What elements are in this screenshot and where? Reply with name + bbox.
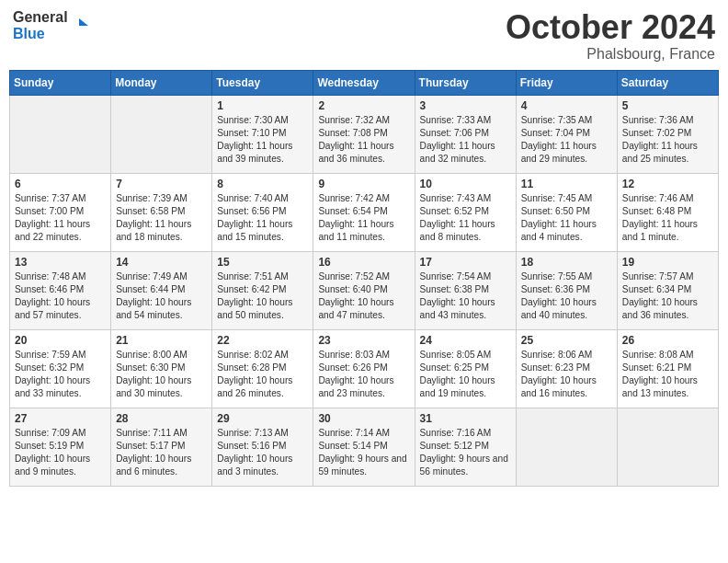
weekday-header: Tuesday (212, 70, 313, 95)
day-number: 15 (217, 256, 308, 269)
calendar-day-cell: 2Sunrise: 7:32 AM Sunset: 7:08 PM Daylig… (313, 95, 415, 173)
calendar-day-cell: 8Sunrise: 7:40 AM Sunset: 6:56 PM Daylig… (212, 173, 313, 251)
calendar-day-cell: 31Sunrise: 7:16 AM Sunset: 5:12 PM Dayli… (415, 408, 516, 486)
day-detail: Sunrise: 7:35 AM Sunset: 7:04 PM Dayligh… (521, 114, 612, 167)
day-detail: Sunrise: 8:02 AM Sunset: 6:28 PM Dayligh… (217, 349, 308, 401)
day-detail: Sunrise: 7:42 AM Sunset: 6:54 PM Dayligh… (318, 192, 409, 245)
calendar-day-cell (111, 95, 212, 173)
weekday-header-row: SundayMondayTuesdayWednesdayThursdayFrid… (10, 70, 719, 95)
day-detail: Sunrise: 7:52 AM Sunset: 6:40 PM Dayligh… (318, 270, 409, 323)
calendar-week-row: 1Sunrise: 7:30 AM Sunset: 7:10 PM Daylig… (10, 95, 719, 173)
day-detail: Sunrise: 7:13 AM Sunset: 5:16 PM Dayligh… (217, 427, 308, 479)
day-detail: Sunrise: 7:32 AM Sunset: 7:08 PM Dayligh… (318, 114, 409, 167)
day-number: 18 (521, 256, 612, 269)
svg-marker-0 (79, 18, 88, 26)
calendar-day-cell: 13Sunrise: 7:48 AM Sunset: 6:46 PM Dayli… (10, 251, 111, 329)
day-detail: Sunrise: 7:59 AM Sunset: 6:32 PM Dayligh… (15, 349, 106, 401)
logo: General Blue (13, 9, 90, 43)
day-number: 14 (116, 256, 207, 269)
calendar-day-cell: 24Sunrise: 8:05 AM Sunset: 6:25 PM Dayli… (415, 329, 516, 408)
day-detail: Sunrise: 7:48 AM Sunset: 6:46 PM Dayligh… (15, 270, 106, 323)
day-number: 21 (116, 334, 207, 347)
day-number: 17 (420, 256, 511, 269)
calendar-day-cell: 16Sunrise: 7:52 AM Sunset: 6:40 PM Dayli… (313, 251, 415, 329)
day-detail: Sunrise: 7:45 AM Sunset: 6:50 PM Dayligh… (521, 192, 612, 245)
day-number: 9 (318, 178, 409, 190)
calendar-day-cell: 19Sunrise: 7:57 AM Sunset: 6:34 PM Dayli… (617, 251, 718, 329)
calendar-week-row: 13Sunrise: 7:48 AM Sunset: 6:46 PM Dayli… (10, 251, 719, 329)
day-detail: Sunrise: 7:11 AM Sunset: 5:17 PM Dayligh… (116, 427, 207, 479)
page-header: General Blue October 2024 Phalsbourg, Fr… (9, 9, 719, 63)
calendar-day-cell: 17Sunrise: 7:54 AM Sunset: 6:38 PM Dayli… (415, 251, 516, 329)
day-number: 26 (622, 334, 713, 347)
calendar-day-cell: 27Sunrise: 7:09 AM Sunset: 5:19 PM Dayli… (10, 408, 111, 486)
weekday-header: Thursday (415, 70, 516, 95)
calendar-day-cell (516, 408, 617, 486)
day-detail: Sunrise: 7:49 AM Sunset: 6:44 PM Dayligh… (116, 270, 207, 323)
calendar-day-cell: 18Sunrise: 7:55 AM Sunset: 6:36 PM Dayli… (516, 251, 617, 329)
day-number: 5 (622, 99, 713, 112)
day-detail: Sunrise: 7:57 AM Sunset: 6:34 PM Dayligh… (622, 270, 713, 323)
day-number: 2 (318, 99, 409, 112)
calendar-day-cell: 15Sunrise: 7:51 AM Sunset: 6:42 PM Dayli… (212, 251, 313, 329)
weekday-header: Monday (111, 70, 212, 95)
day-number: 7 (116, 178, 207, 190)
weekday-header: Saturday (617, 70, 718, 95)
calendar-day-cell: 12Sunrise: 7:46 AM Sunset: 6:48 PM Dayli… (617, 173, 718, 251)
day-number: 13 (15, 256, 106, 269)
calendar-day-cell (10, 95, 111, 173)
logo-blue: Blue (13, 26, 45, 41)
calendar-day-cell: 4Sunrise: 7:35 AM Sunset: 7:04 PM Daylig… (516, 95, 617, 173)
day-detail: Sunrise: 7:55 AM Sunset: 6:36 PM Dayligh… (521, 270, 612, 323)
calendar-day-cell: 22Sunrise: 8:02 AM Sunset: 6:28 PM Dayli… (212, 329, 313, 408)
calendar-day-cell: 11Sunrise: 7:45 AM Sunset: 6:50 PM Dayli… (516, 173, 617, 251)
day-number: 8 (217, 178, 308, 190)
calendar-day-cell: 9Sunrise: 7:42 AM Sunset: 6:54 PM Daylig… (313, 173, 415, 251)
calendar-day-cell: 10Sunrise: 7:43 AM Sunset: 6:52 PM Dayli… (415, 173, 516, 251)
calendar-day-cell: 6Sunrise: 7:37 AM Sunset: 7:00 PM Daylig… (10, 173, 111, 251)
day-number: 23 (318, 334, 409, 347)
day-number: 12 (622, 178, 713, 190)
day-detail: Sunrise: 7:14 AM Sunset: 5:14 PM Dayligh… (318, 427, 409, 479)
calendar-day-cell: 7Sunrise: 7:39 AM Sunset: 6:58 PM Daylig… (111, 173, 212, 251)
weekday-header: Friday (516, 70, 617, 95)
calendar-day-cell: 5Sunrise: 7:36 AM Sunset: 7:02 PM Daylig… (617, 95, 718, 173)
day-detail: Sunrise: 8:06 AM Sunset: 6:23 PM Dayligh… (521, 349, 612, 401)
day-number: 16 (318, 256, 409, 269)
day-number: 27 (15, 412, 106, 425)
day-detail: Sunrise: 8:08 AM Sunset: 6:21 PM Dayligh… (622, 349, 713, 401)
calendar-day-cell: 30Sunrise: 7:14 AM Sunset: 5:14 PM Dayli… (313, 408, 415, 486)
day-number: 11 (521, 178, 612, 190)
day-detail: Sunrise: 7:16 AM Sunset: 5:12 PM Dayligh… (420, 427, 511, 479)
day-detail: Sunrise: 7:51 AM Sunset: 6:42 PM Dayligh… (217, 270, 308, 323)
day-detail: Sunrise: 7:09 AM Sunset: 5:19 PM Dayligh… (15, 427, 106, 479)
day-number: 30 (318, 412, 409, 425)
day-detail: Sunrise: 7:39 AM Sunset: 6:58 PM Dayligh… (116, 192, 207, 245)
calendar-day-cell: 23Sunrise: 8:03 AM Sunset: 6:26 PM Dayli… (313, 329, 415, 408)
day-detail: Sunrise: 7:43 AM Sunset: 6:52 PM Dayligh… (420, 192, 511, 245)
day-number: 10 (420, 178, 511, 190)
day-detail: Sunrise: 8:03 AM Sunset: 6:26 PM Dayligh… (318, 349, 409, 401)
day-detail: Sunrise: 8:05 AM Sunset: 6:25 PM Dayligh… (420, 349, 511, 401)
logo-arrow-icon (72, 17, 90, 35)
day-number: 19 (622, 256, 713, 269)
calendar-day-cell (617, 408, 718, 486)
title-block: October 2024 Phalsbourg, France (506, 9, 715, 63)
calendar-week-row: 27Sunrise: 7:09 AM Sunset: 5:19 PM Dayli… (10, 408, 719, 486)
calendar-day-cell: 28Sunrise: 7:11 AM Sunset: 5:17 PM Dayli… (111, 408, 212, 486)
calendar-day-cell: 29Sunrise: 7:13 AM Sunset: 5:16 PM Dayli… (212, 408, 313, 486)
calendar-day-cell: 1Sunrise: 7:30 AM Sunset: 7:10 PM Daylig… (212, 95, 313, 173)
day-detail: Sunrise: 7:36 AM Sunset: 7:02 PM Dayligh… (622, 114, 713, 167)
calendar-day-cell: 21Sunrise: 8:00 AM Sunset: 6:30 PM Dayli… (111, 329, 212, 408)
calendar-day-cell: 3Sunrise: 7:33 AM Sunset: 7:06 PM Daylig… (415, 95, 516, 173)
day-number: 22 (217, 334, 308, 347)
calendar-day-cell: 20Sunrise: 7:59 AM Sunset: 6:32 PM Dayli… (10, 329, 111, 408)
calendar-table: SundayMondayTuesdayWednesdayThursdayFrid… (9, 70, 719, 487)
day-detail: Sunrise: 8:00 AM Sunset: 6:30 PM Dayligh… (116, 349, 207, 401)
calendar-day-cell: 26Sunrise: 8:08 AM Sunset: 6:21 PM Dayli… (617, 329, 718, 408)
day-detail: Sunrise: 7:54 AM Sunset: 6:38 PM Dayligh… (420, 270, 511, 323)
day-detail: Sunrise: 7:37 AM Sunset: 7:00 PM Dayligh… (15, 192, 106, 245)
calendar-day-cell: 14Sunrise: 7:49 AM Sunset: 6:44 PM Dayli… (111, 251, 212, 329)
day-detail: Sunrise: 7:46 AM Sunset: 6:48 PM Dayligh… (622, 192, 713, 245)
day-detail: Sunrise: 7:33 AM Sunset: 7:06 PM Dayligh… (420, 114, 511, 167)
